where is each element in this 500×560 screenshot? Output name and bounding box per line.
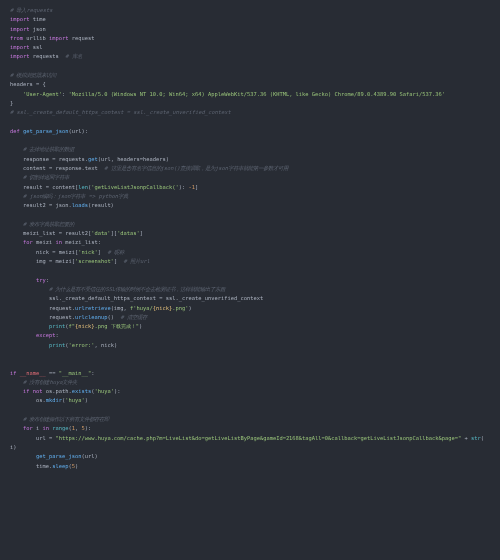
operator: + [461,435,471,441]
comment: # 这里是含有名字信息的json()直接调取，是为json字符串就能第一参数才可… [98,165,288,171]
module-name: ssl [33,44,43,50]
identifier: headers [10,81,33,87]
punct: ) [189,305,192,311]
code: = content[ [42,184,78,190]
identifier: img [10,258,46,264]
call: loads [72,202,88,208]
comment: # 照片url [117,258,150,264]
identifier: request. [10,305,75,311]
operator: = { [33,81,46,87]
identifier: nick [10,249,49,255]
operator: == [46,370,59,376]
code: = json. [46,202,72,208]
call: exists [72,388,91,394]
identifier: url [10,435,46,441]
keyword-for: for [10,239,36,245]
builtin-range: range [52,425,68,431]
code-editor[interactable]: # 导入requests import time import json fro… [0,0,500,477]
code: = meizi[ [46,258,75,264]
identifier: content [10,165,46,171]
string: 'nick' [78,249,97,255]
punct: : [55,332,58,338]
punct: : [46,277,49,283]
comment: # 导入requests [10,7,52,13]
params: (url): [68,128,87,134]
args: , nick) [94,342,117,348]
punct: ] [195,184,198,190]
identifier: i) [10,444,17,450]
identifier: result2 [10,202,46,208]
keyword-in: in [39,425,52,431]
string: 'datas' [117,230,140,236]
comment: # 切割掉返回字符串 [10,174,69,180]
code: = meizi[ [49,249,78,255]
comment: # 模拟浏览器来访问 [10,72,57,78]
string: 'huya' [94,388,113,394]
call: urlcleanup [75,314,107,320]
string: 'Mozilla/5.0 (Windows NT 10.0; Win64; x6… [68,91,444,97]
module-name: requests [33,53,59,59]
call: get_parse_json [10,453,81,459]
comment: # 清空缓存 [114,314,147,320]
keyword-from: from [10,35,23,41]
builtin-print: print [10,323,65,329]
keyword-for: for [10,425,36,431]
args: (url) [81,453,97,459]
string: 'huya' [65,397,84,403]
string: .png 下载完成！" [94,323,138,329]
code: ): [179,184,189,190]
builtin-str: str [471,435,481,441]
comment: # 为什么是有不受信任的SSL传输的时候不会去检测证书，这样就能输出了东西 [10,286,225,292]
identifier: request. [10,314,75,320]
string: .png' [172,305,188,311]
code: = response.text [46,165,98,171]
module-name: urllib [26,35,45,41]
keyword-import: import [49,35,68,41]
string: 'error:' [68,342,94,348]
identifier: meizi_list [10,230,55,236]
identifier: response [10,156,49,162]
keyword-except: except [10,332,55,338]
comment: # 没有创建huya文件夹 [10,379,77,385]
keyword-if: if [10,370,20,376]
keyword-in: in [52,239,65,245]
keyword-def: def [10,128,23,134]
identifier: time. [10,463,52,469]
string: 'User-Agent' [10,91,62,97]
code: = result2[ [55,230,91,236]
builtin-print: print [10,342,65,348]
comment: # 昵称 [101,249,124,255]
call: mkdir [46,397,62,403]
keyword-import: import [10,53,29,59]
punct: ) [85,397,88,403]
comment: # 发布创建操作以下所有文件都存在即 [10,416,109,422]
f-expr: {nick} [75,323,94,329]
identifier: os. [10,397,46,403]
keyword-try: try [10,277,46,283]
dunder: __name__ [20,370,46,376]
module-name: request [72,35,95,41]
code-block: # 导入requests import time import json fro… [10,7,484,469]
comment: # 发布字典获取想要的 [10,221,74,227]
punct: ): [114,388,121,394]
string: 'screenshot' [75,258,114,264]
string: "__main__" [59,370,91,376]
string: f'huya/ [130,305,153,311]
string: 'getLiveListJsonpCallback(' [91,184,179,190]
function-name: get_parse_json [23,128,68,134]
identifier: result [10,184,42,190]
comment: # 去掉地址获取的数据 [10,146,74,152]
call: sleep [52,463,68,469]
string: 'data' [91,230,110,236]
punct: ] [140,230,143,236]
keyword-if-not: if not [10,388,46,394]
module-name: json [33,26,46,32]
identifier: ssl._create_default_https_context [10,295,156,301]
builtin: len [78,184,88,190]
identifier: os.path. [46,388,72,394]
keyword-import: import [10,44,29,50]
call: urlretrieve [75,305,111,311]
punct: } [10,100,13,106]
f-expr: {nick} [153,305,172,311]
punct: : [91,370,94,376]
